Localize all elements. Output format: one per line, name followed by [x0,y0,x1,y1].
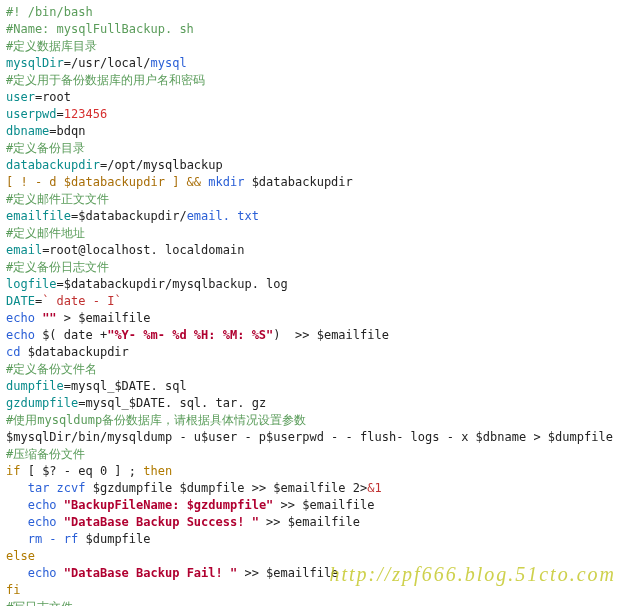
echo1-cmd: echo [28,498,64,512]
mkdir-test: [ ! - d $databackupdir ] && [6,175,208,189]
echo3-rest: >> $emailfile [237,566,338,580]
var-mysqlDir-key: mysqlDir [6,56,64,70]
echo2-cmd: echo [28,515,64,529]
echo2-rest: >> $emailfile [259,515,360,529]
var-date-val: ` date - I` [42,294,121,308]
else-keyword: else [6,549,35,563]
echo-blank-rest: > $emailfile [57,311,151,325]
comment-backupnames: #定义备份文件名 [6,362,97,376]
then-keyword: then [143,464,172,478]
mysqldump-line: $mysqlDir/bin/mysqldump - u$user - p$use… [6,430,613,444]
var-dumpfile-val: mysql_$DATE. sql [71,379,187,393]
if-test: [ $? - eq 0 ] ; [20,464,143,478]
if-keyword: if [6,464,20,478]
echo3-cmd: echo [28,566,64,580]
var-mysqlDir-tail: mysql [151,56,187,70]
var-user-val: root [42,90,71,104]
var-emailfile-tail: email. txt [187,209,259,223]
comment-writelog: #写日志文件 [6,600,73,606]
var-dumpfile-key: dumpfile [6,379,64,393]
var-dbname-val: bdqn [57,124,86,138]
var-emailfile-key: emailfile [6,209,71,223]
var-gzdumpfile-key: gzdumpfile [6,396,78,410]
var-email-val: root@localhost. localdomain [49,243,244,257]
tar-args: $gzdumpfile $dumpfile >> $emailfile 2> [85,481,367,495]
comment-emailfile: #定义邮件正文文件 [6,192,109,206]
comment-db-dir: #定义数据库目录 [6,39,97,53]
comment-logfile: #定义备份日志文件 [6,260,109,274]
echo-blank-str: "" [42,311,56,325]
echo-date-cmd: echo [6,328,35,342]
comment-userpwd: #定义用于备份数据库的用户名和密码 [6,73,205,87]
fi-keyword: fi [6,583,20,597]
echo1-rest: >> $emailfile [273,498,374,512]
cd-arg: $databackupdir [20,345,128,359]
rm-cmd: rm - rf [28,532,79,546]
echo-blank-cmd: echo [6,311,35,325]
echo-date-mid: $( date + [35,328,107,342]
echo2-str: "DataBase Backup Success! " [64,515,259,529]
comment-emailaddr: #定义邮件地址 [6,226,85,240]
var-backupdir-val: /opt/mysqlbackup [107,158,223,172]
name-comment: #Name: mysqlFullBackup. sh [6,22,194,36]
var-emailfile-val: $databackupdir/ [78,209,186,223]
var-gzdumpfile-val: mysql_$DATE. sql. tar. gz [85,396,266,410]
var-userpwd-key: userpwd [6,107,57,121]
var-date-key: DATE [6,294,35,308]
rm-arg: $dumpfile [78,532,150,546]
var-email-key: email [6,243,42,257]
var-backupdir-key: databackupdir [6,158,100,172]
var-logfile-val: $databackupdir/mysqlbackup. log [64,277,288,291]
var-mysqlDir-val: /usr/local/ [71,56,150,70]
comment-mysqldump: #使用mysqldump备份数据库，请根据具体情况设置参数 [6,413,306,427]
tar-redir: &1 [367,481,381,495]
comment-backupdir: #定义备份目录 [6,141,85,155]
echo3-str: "DataBase Backup Fail! " [64,566,237,580]
shebang: #! /bin/bash [6,5,93,19]
mkdir-arg: $databackupdir [244,175,352,189]
bash-script: #! /bin/bash #Name: mysqlFullBackup. sh … [0,0,632,606]
comment-compress: #压缩备份文件 [6,447,85,461]
var-userpwd-val: 123456 [64,107,107,121]
var-dbname-key: dbname [6,124,49,138]
var-user-key: user [6,90,35,104]
mkdir-cmd: mkdir [208,175,244,189]
echo-date-fmt: "%Y- %m- %d %H: %M: %S" [107,328,273,342]
var-logfile-key: logfile [6,277,57,291]
echo1-str: "BackupFileName: $gzdumpfile" [64,498,274,512]
echo-date-rest: ) >> $emailfile [273,328,389,342]
cd-cmd: cd [6,345,20,359]
tar-cmd: tar zcvf [28,481,86,495]
